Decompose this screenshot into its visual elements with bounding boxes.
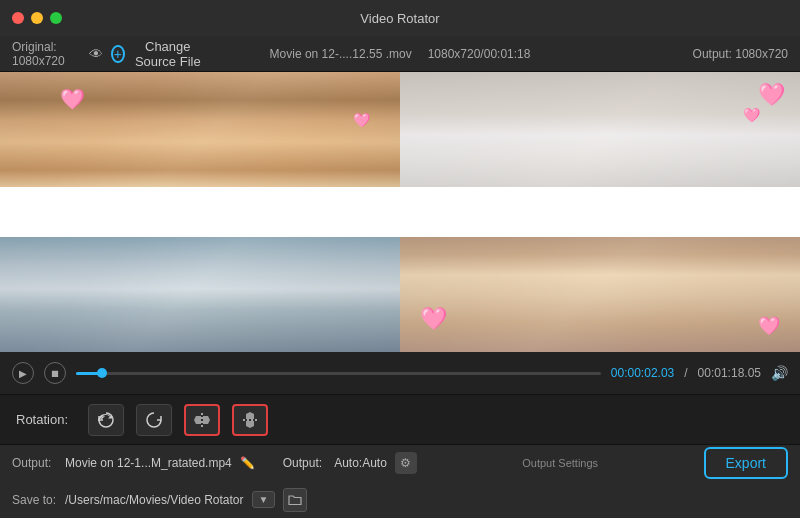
toolbar-left: Original: 1080x720 👁 + Change Source Fil… — [12, 39, 206, 69]
change-source-label: Change Source File — [130, 39, 206, 69]
window-controls — [12, 12, 62, 24]
output-file: Movie on 12-1...M_ratated.mp4 — [65, 456, 232, 470]
save-path: /Users/mac/Movies/Video Rotator — [65, 493, 244, 507]
output-format: Auto:Auto — [334, 456, 387, 470]
output-settings-label: Output Settings — [425, 457, 696, 469]
toolbar: Original: 1080x720 👁 + Change Source Fil… — [0, 36, 800, 72]
heart-decoration: 🩷 — [420, 306, 447, 332]
volume-icon[interactable]: 🔊 — [771, 365, 788, 381]
time-total: 00:01:18.05 — [698, 366, 761, 380]
dropdown-arrow: ▼ — [259, 494, 269, 505]
row1-right: Export — [704, 447, 788, 479]
progress-thumb — [97, 368, 107, 378]
rotate-right-button[interactable] — [136, 404, 172, 436]
flip-vertical-button[interactable] — [232, 404, 268, 436]
bottom-bar: Output: Movie on 12-1...M_ratated.mp4 ✏️… — [0, 444, 800, 518]
heart-decoration: 🩷 — [60, 87, 85, 111]
change-source-button[interactable]: + Change Source File — [111, 39, 206, 69]
flip-horizontal-button[interactable] — [184, 404, 220, 436]
heart-decoration: 🩷 — [758, 82, 785, 108]
heart-decoration: 🩷 — [758, 315, 780, 337]
play-button[interactable]: ▶ — [12, 362, 34, 384]
app-title: Video Rotator — [360, 11, 439, 26]
eye-icon[interactable]: 👁 — [89, 46, 103, 62]
rotation-bar: Rotation: — [0, 394, 800, 444]
output-format-label: Output: — [283, 456, 322, 470]
close-button[interactable] — [12, 12, 24, 24]
output-settings-icon[interactable]: ⚙ — [395, 452, 417, 474]
heart-decoration: 🩷 — [743, 107, 760, 123]
bottom-row1: Output: Movie on 12-1...M_ratated.mp4 ✏️… — [12, 445, 788, 482]
censor-bar — [0, 187, 800, 237]
save-dropdown[interactable]: ▼ — [252, 491, 276, 508]
titlebar: Video Rotator — [0, 0, 800, 36]
progress-track[interactable] — [76, 372, 601, 375]
output-resolution: Output: 1080x720 — [693, 47, 788, 61]
stop-button[interactable]: ⏹ — [44, 362, 66, 384]
time-current: 00:00:02.03 — [611, 366, 674, 380]
add-circle-icon: + — [111, 45, 124, 63]
minimize-button[interactable] — [31, 12, 43, 24]
export-button[interactable]: Export — [704, 447, 788, 479]
playback-bar: ▶ ⏹ 00:00:02.03 / 00:01:18.05 🔊 — [0, 352, 800, 394]
original-resolution: Original: 1080x720 — [12, 40, 81, 68]
toolbar-info: Movie on 12-....12.55 .mov 1080x720/00:0… — [206, 47, 594, 61]
heart-decoration: 🩷 — [353, 112, 370, 128]
rotation-label: Rotation: — [16, 412, 76, 427]
rotate-left-button[interactable] — [88, 404, 124, 436]
file-info: 1080x720/00:01:18 — [428, 47, 531, 61]
file-name: Movie on 12-....12.55 .mov — [270, 47, 412, 61]
folder-button[interactable] — [283, 488, 307, 512]
toolbar-right: Output: 1080x720 — [594, 47, 788, 61]
time-separator: / — [684, 366, 687, 380]
bottom-row2: Save to: /Users/mac/Movies/Video Rotator… — [12, 482, 788, 519]
save-to-label: Save to: — [12, 493, 57, 507]
preview-area: 🩷 🩷 🩷 🩷 🩷 🩷 — [0, 72, 800, 352]
maximize-button[interactable] — [50, 12, 62, 24]
output-label-1: Output: — [12, 456, 57, 470]
edit-icon[interactable]: ✏️ — [240, 456, 255, 470]
